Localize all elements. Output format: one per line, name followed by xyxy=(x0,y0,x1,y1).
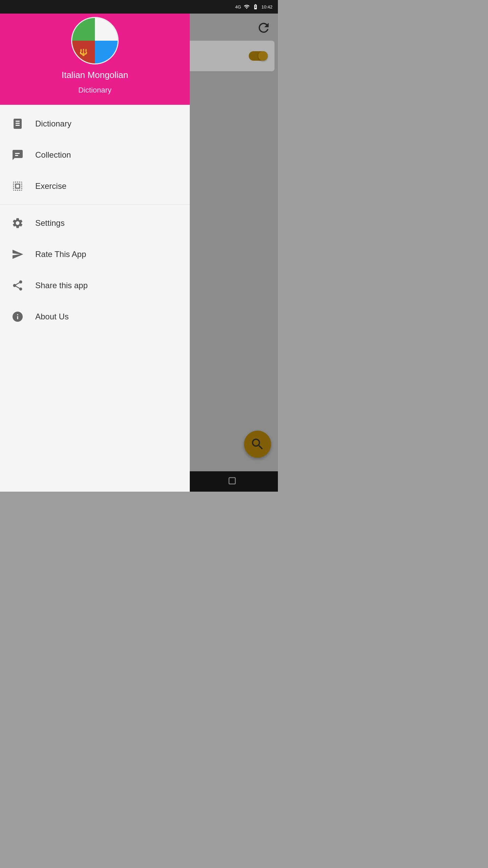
chat-icon xyxy=(10,147,25,162)
drawer-header: 🔱 Italian Mongolian Dictionary xyxy=(0,0,190,105)
list-icon xyxy=(10,179,25,194)
flag-white xyxy=(95,18,118,41)
flag-red: 🔱 xyxy=(72,41,95,63)
book-icon xyxy=(10,116,25,131)
network-type: 4G xyxy=(235,4,241,9)
dictionary-label: Dictionary xyxy=(35,119,72,129)
menu-item-settings[interactable]: Settings xyxy=(0,208,190,239)
info-icon xyxy=(10,309,25,324)
status-bar-right: 4G 10:42 xyxy=(235,4,272,10)
menu-item-rate[interactable]: Rate This App xyxy=(0,239,190,270)
exercise-icon-svg xyxy=(12,180,24,192)
settings-label: Settings xyxy=(35,218,65,228)
about-label: About Us xyxy=(35,312,69,321)
menu-item-collection[interactable]: Collection xyxy=(0,139,190,171)
menu-divider xyxy=(0,204,190,205)
collection-label: Collection xyxy=(35,150,71,160)
menu-item-share[interactable]: Share this app xyxy=(0,270,190,301)
status-bar: 4G 10:42 xyxy=(0,0,278,14)
navigation-drawer: 🔱 Italian Mongolian Dictionary Dictionar… xyxy=(0,0,190,492)
rate-icon-svg xyxy=(12,248,24,260)
menu-item-exercise[interactable]: Exercise xyxy=(0,171,190,202)
app-subtitle: Dictionary xyxy=(78,86,111,95)
exercise-label: Exercise xyxy=(35,181,66,191)
gear-icon xyxy=(10,216,25,231)
menu-item-about[interactable]: About Us xyxy=(0,301,190,332)
flag-blue xyxy=(95,41,118,63)
flag-logo: 🔱 xyxy=(71,17,119,64)
menu-item-dictionary[interactable]: Dictionary xyxy=(0,108,190,139)
clock-time: 10:42 xyxy=(261,4,272,9)
collection-icon-svg xyxy=(12,149,24,161)
share-icon xyxy=(10,278,25,293)
about-icon-svg xyxy=(12,311,24,323)
share-label: Share this app xyxy=(35,281,88,290)
signal-icon xyxy=(244,4,250,10)
dictionary-icon-svg xyxy=(12,118,24,130)
rate-label: Rate This App xyxy=(35,250,86,259)
drawer-menu: Dictionary Collection Exercise Settings xyxy=(0,105,190,492)
share-icon-svg xyxy=(12,279,24,292)
settings-icon-svg xyxy=(12,217,24,229)
send-icon xyxy=(10,247,25,262)
app-title: Italian Mongolian xyxy=(62,70,128,80)
flag-green xyxy=(72,18,95,41)
battery-icon xyxy=(252,4,259,10)
